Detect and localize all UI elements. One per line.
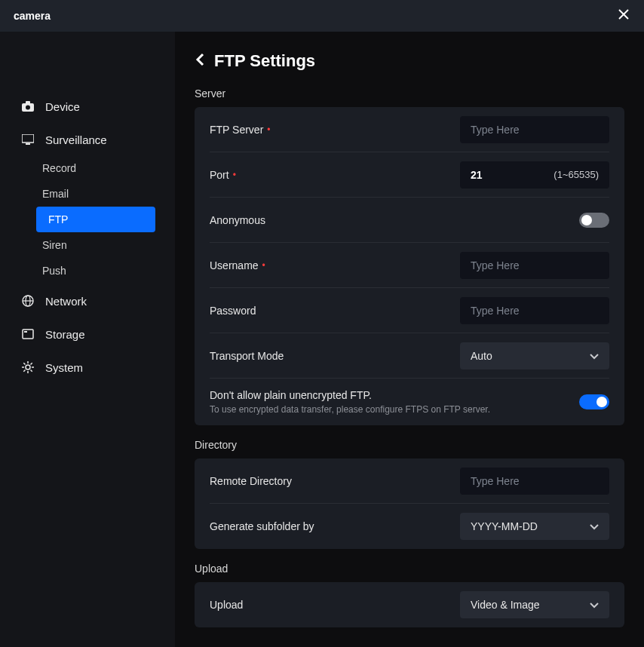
- ftp-server-input[interactable]: [460, 116, 609, 143]
- upload-select[interactable]: Video & Image: [460, 591, 609, 618]
- row-password: Password: [210, 288, 609, 333]
- row-ftp-server: FTP Server •: [210, 107, 609, 152]
- port-label: Port: [210, 169, 229, 181]
- required-dot-icon: •: [267, 125, 270, 134]
- svg-line-20: [31, 363, 32, 364]
- row-anonymous: Anonymous: [210, 198, 609, 243]
- row-transport: Transport Mode Auto: [210, 333, 609, 379]
- ftp-server-label: FTP Server: [210, 124, 263, 136]
- titlebar: camera: [0, 0, 644, 32]
- subfolder-value: YYYY-MM-DD: [471, 520, 538, 532]
- row-upload: Upload Video & Image: [210, 582, 609, 627]
- subfolder-select[interactable]: YYYY-MM-DD: [460, 513, 609, 540]
- row-subfolder: Generate subfolder by YYYY-MM-DD: [210, 504, 609, 549]
- transport-select[interactable]: Auto: [460, 342, 609, 369]
- svg-point-4: [26, 106, 30, 110]
- svg-line-18: [31, 370, 32, 372]
- noplain-toggle[interactable]: [579, 394, 609, 409]
- svg-rect-3: [26, 101, 30, 104]
- svg-rect-10: [23, 330, 33, 339]
- sidebar-item-email[interactable]: Email: [0, 181, 172, 207]
- storage-icon: [21, 327, 35, 341]
- remote-dir-label: Remote Directory: [210, 475, 292, 487]
- transport-value: Auto: [471, 350, 492, 362]
- close-icon[interactable]: [617, 8, 630, 24]
- gear-icon: [21, 360, 35, 374]
- back-icon[interactable]: [195, 53, 207, 69]
- sidebar-label-device: Device: [45, 100, 80, 113]
- required-dot-icon: •: [262, 261, 265, 270]
- main-panel: FTP Settings Server FTP Server • Port •: [175, 32, 644, 647]
- sidebar-item-surveillance[interactable]: Surveillance: [0, 124, 175, 155]
- sidebar-item-push[interactable]: Push: [0, 258, 172, 284]
- sidebar-item-storage[interactable]: Storage: [0, 318, 175, 350]
- port-field: (1~65535): [460, 161, 609, 189]
- chevron-down-icon: [590, 350, 599, 362]
- password-input[interactable]: [460, 297, 609, 324]
- sidebar-label-system: System: [45, 361, 83, 374]
- username-input[interactable]: [460, 252, 609, 279]
- svg-rect-6: [26, 143, 30, 145]
- remote-dir-input[interactable]: [460, 468, 609, 495]
- panel-server: FTP Server • Port • (1~65535): [195, 107, 624, 425]
- row-remote-dir: Remote Directory: [210, 458, 609, 504]
- panel-upload: Upload Video & Image: [195, 582, 624, 627]
- svg-line-17: [23, 363, 25, 364]
- page-header: FTP Settings: [195, 51, 624, 71]
- section-directory-label: Directory: [195, 439, 624, 451]
- globe-icon: [21, 294, 35, 308]
- section-server-label: Server: [195, 87, 624, 100]
- sidebar-item-device[interactable]: Device: [0, 90, 175, 122]
- chevron-down-icon: [590, 599, 599, 611]
- sidebar-item-system[interactable]: System: [0, 351, 175, 383]
- anonymous-toggle[interactable]: [579, 213, 609, 228]
- main-scroll[interactable]: FTP Settings Server FTP Server • Port •: [175, 32, 644, 647]
- port-input[interactable]: [471, 169, 516, 181]
- noplain-label: Don't allow plain unencrypted FTP.: [210, 389, 490, 401]
- anonymous-label: Anonymous: [210, 214, 265, 226]
- sidebar-item-siren[interactable]: Siren: [0, 232, 172, 258]
- subfolder-label: Generate subfolder by: [210, 520, 314, 532]
- chevron-down-icon: [590, 520, 599, 532]
- svg-line-19: [23, 370, 25, 372]
- panel-directory: Remote Directory Generate subfolder by Y…: [195, 458, 624, 549]
- upload-value: Video & Image: [471, 599, 540, 611]
- row-noplain: Don't allow plain unencrypted FTP. To us…: [210, 379, 609, 425]
- sidebar-label-storage: Storage: [45, 328, 85, 341]
- username-label: Username: [210, 259, 259, 271]
- sidebar-item-network[interactable]: Network: [0, 285, 175, 317]
- window-title: camera: [14, 10, 51, 22]
- svg-rect-5: [22, 134, 34, 143]
- sidebar: Device Surveillance Record Email FTP Sir…: [0, 32, 175, 647]
- page-title: FTP Settings: [214, 51, 315, 71]
- sidebar-item-record[interactable]: Record: [0, 155, 172, 181]
- required-dot-icon: •: [233, 170, 236, 179]
- camera-icon: [21, 100, 35, 113]
- section-upload-label: Upload: [195, 563, 624, 575]
- password-label: Password: [210, 305, 256, 317]
- sidebar-label-network: Network: [45, 295, 87, 308]
- noplain-desc: To use encrypted data transfer, please c…: [210, 404, 490, 415]
- svg-point-12: [26, 365, 30, 369]
- monitor-icon: [21, 133, 35, 146]
- port-hint: (1~65535): [554, 169, 599, 180]
- sidebar-label-surveillance: Surveillance: [45, 133, 107, 146]
- transport-label: Transport Mode: [210, 350, 284, 362]
- row-port: Port • (1~65535): [210, 152, 609, 198]
- sidebar-item-ftp[interactable]: FTP: [36, 207, 155, 232]
- row-username: Username •: [210, 243, 609, 288]
- upload-label: Upload: [210, 599, 243, 611]
- svg-rect-11: [24, 331, 27, 333]
